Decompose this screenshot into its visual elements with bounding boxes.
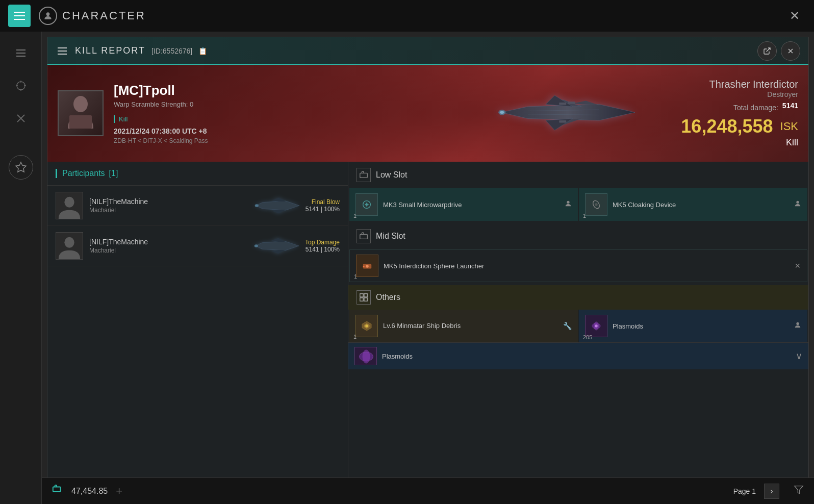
svg-marker-40 bbox=[271, 250, 285, 254]
sidebar-icon-close[interactable] bbox=[10, 107, 32, 130]
top-bar: CHARACTER ✕ bbox=[0, 0, 814, 32]
item-name-2: MK5 Cloaking Device bbox=[613, 201, 789, 209]
kill-banner: [MC]Tpoll Warp Scramble Strength: 0 Kill… bbox=[47, 65, 808, 162]
svg-marker-23 bbox=[546, 95, 573, 107]
panel-menu-button[interactable] bbox=[56, 45, 69, 57]
others-qty-1: 1 bbox=[353, 334, 357, 340]
partial-chevron-icon[interactable]: ∨ bbox=[796, 350, 802, 362]
item-icon-2 bbox=[585, 193, 607, 216]
svg-marker-34 bbox=[272, 210, 286, 213]
panel-title: KILL REPORT bbox=[75, 45, 145, 56]
svg-marker-39 bbox=[271, 238, 285, 242]
sidebar-icon-menu[interactable] bbox=[10, 42, 32, 64]
svg-point-35 bbox=[255, 204, 258, 207]
others-header: Others bbox=[348, 285, 808, 310]
hamburger-menu-button[interactable] bbox=[8, 5, 31, 27]
sidebar-icon-crosshair[interactable] bbox=[10, 74, 32, 97]
top-damage-label: Top Damage bbox=[305, 239, 340, 246]
panel-close-button[interactable] bbox=[781, 41, 800, 61]
svg-point-65 bbox=[363, 350, 370, 364]
plasmoids-item[interactable]: 205 Plasmoids bbox=[579, 310, 807, 342]
mid-slot-header: Mid Slot bbox=[348, 223, 808, 249]
filter-button[interactable] bbox=[794, 485, 804, 497]
bottom-bar-value: 47,454.85 bbox=[71, 487, 108, 496]
menu-line-3 bbox=[14, 19, 25, 20]
svg-rect-56 bbox=[364, 298, 367, 301]
bottom-bar: 47,454.85 + Page 1 › bbox=[42, 477, 814, 504]
app-title-area: CHARACTER bbox=[39, 7, 146, 25]
low-slot-header: Low Slot bbox=[348, 162, 808, 188]
svg-rect-16 bbox=[69, 115, 92, 129]
participant-item[interactable]: [NILF]TheMachine Machariel bbox=[47, 186, 348, 226]
mid-slot-icon bbox=[357, 229, 371, 243]
menu-line-2 bbox=[14, 15, 25, 16]
svg-marker-33 bbox=[272, 198, 286, 201]
sidebar-icon-star[interactable] bbox=[9, 155, 33, 180]
participant-name-1: [NILF]TheMachine bbox=[89, 197, 247, 206]
svg-rect-3 bbox=[16, 56, 26, 57]
left-sidebar bbox=[0, 32, 42, 504]
kill-ship-silhouette bbox=[492, 75, 635, 152]
participant-ship-img-1 bbox=[253, 193, 299, 218]
svg-rect-28 bbox=[568, 102, 575, 104]
svg-point-31 bbox=[64, 197, 74, 208]
isk-unit: ISK bbox=[780, 120, 798, 133]
mid-slot-title: Mid Slot bbox=[376, 232, 405, 241]
participant-ship-1: Machariel bbox=[89, 207, 247, 214]
kill-result: Kill bbox=[666, 137, 798, 148]
partial-visible-item[interactable]: Plasmoids ∨ bbox=[348, 342, 808, 369]
damage-value: 5141 bbox=[782, 102, 798, 110]
export-button[interactable] bbox=[757, 41, 777, 61]
svg-point-41 bbox=[255, 244, 258, 247]
kill-report-panel: KILL REPORT [ID:6552676] 📋 bbox=[47, 37, 809, 499]
panel-id: [ID:6552676] bbox=[151, 47, 192, 55]
kill-tag: Kill bbox=[114, 115, 128, 123]
others-item-1[interactable]: 1 Lv.6 Minmatar Ship Debris 🔧 bbox=[349, 310, 578, 342]
character-icon bbox=[39, 7, 57, 25]
svg-point-63 bbox=[796, 322, 799, 325]
low-slot-items: 1 MK3 Small Microwarpdrive bbox=[348, 188, 808, 221]
panel-actions bbox=[757, 41, 800, 61]
participant-name-2: [NILF]TheMachine bbox=[89, 238, 247, 246]
others-item-name-1: Lv.6 Minmatar Ship Debris bbox=[383, 322, 558, 330]
svg-marker-17 bbox=[501, 105, 635, 121]
svg-point-45 bbox=[567, 201, 569, 204]
bottom-bar-add-button[interactable]: + bbox=[116, 485, 122, 498]
svg-marker-19 bbox=[573, 101, 600, 106]
participant-item-2[interactable]: [NILF]TheMachine Machariel bbox=[47, 226, 348, 266]
participant-ship-img-2 bbox=[253, 233, 299, 259]
copy-icon[interactable]: 📋 bbox=[198, 47, 207, 55]
damage-label: Total damage: bbox=[733, 104, 778, 112]
participant-ship-2: Machariel bbox=[89, 247, 247, 254]
svg-marker-38 bbox=[255, 241, 299, 250]
svg-point-37 bbox=[64, 237, 74, 248]
item-qty-2: 1 bbox=[583, 213, 586, 219]
svg-rect-55 bbox=[360, 298, 363, 301]
bottom-panel: Participants [1] bbox=[47, 162, 808, 498]
plasmoids-qty: 205 bbox=[583, 334, 592, 340]
svg-point-0 bbox=[46, 12, 50, 16]
kill-ship-area bbox=[492, 75, 635, 152]
app-close-button[interactable]: ✕ bbox=[783, 7, 806, 25]
svg-point-48 bbox=[796, 201, 799, 204]
participant-stats-2: Top Damage 5141 | 100% bbox=[305, 239, 340, 253]
svg-rect-49 bbox=[360, 234, 367, 239]
svg-point-59 bbox=[365, 324, 368, 327]
main-layout: KILL REPORT [ID:6552676] 📋 bbox=[0, 32, 814, 504]
next-page-button[interactable]: › bbox=[764, 484, 779, 499]
participants-title: Participants bbox=[56, 169, 105, 178]
participants-list: [NILF]TheMachine Machariel bbox=[47, 186, 348, 498]
participants-panel: Participants [1] bbox=[47, 162, 348, 498]
low-slot-item-2[interactable]: 1 MK5 Cloaking Device bbox=[579, 188, 807, 221]
svg-marker-24 bbox=[546, 119, 573, 131]
others-item-wrench-1[interactable]: 🔧 bbox=[563, 322, 572, 330]
participant-avatar-1 bbox=[56, 192, 83, 219]
item-person-icon-1 bbox=[565, 200, 572, 209]
others-title: Others bbox=[376, 293, 400, 302]
plasmoids-person-icon bbox=[794, 321, 801, 331]
svg-point-47 bbox=[595, 203, 598, 206]
mid-slot-item-1[interactable]: 1 MK5 Interdiction Sphere Launcher ✕ bbox=[349, 249, 807, 282]
bottom-bar-chart-icon bbox=[52, 484, 63, 498]
mid-item-x-1[interactable]: ✕ bbox=[795, 262, 801, 270]
low-slot-item-1[interactable]: 1 MK3 Small Microwarpdrive bbox=[349, 188, 578, 221]
